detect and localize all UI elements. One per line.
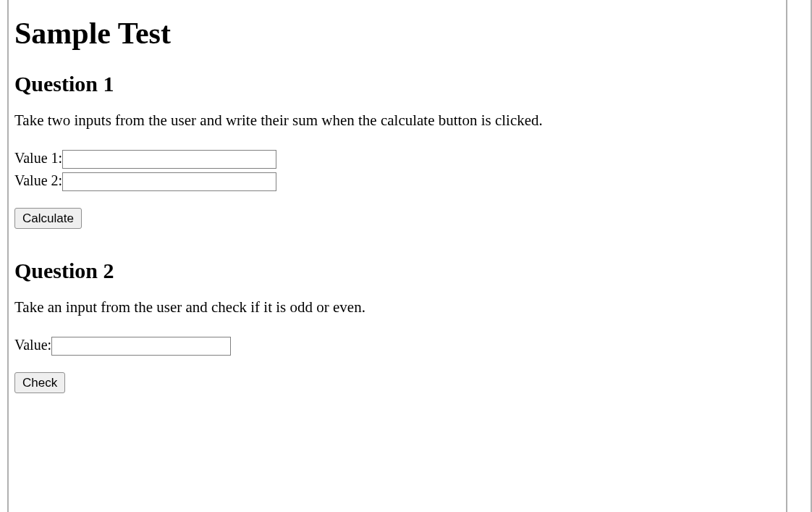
q1-value1-input[interactable] bbox=[62, 150, 276, 169]
viewport: Sample Test Question 1 Take two inputs f… bbox=[0, 0, 812, 512]
q2-value-row: Value: bbox=[14, 334, 780, 356]
q1-value1-row: Value 1: bbox=[14, 147, 780, 169]
q1-value2-row: Value 2: bbox=[14, 169, 780, 192]
question-2-heading: Question 2 bbox=[14, 258, 780, 284]
q2-value-label: Value: bbox=[14, 334, 51, 356]
check-button[interactable]: Check bbox=[14, 372, 65, 394]
calculate-button[interactable]: Calculate bbox=[14, 208, 82, 230]
q1-value2-input[interactable] bbox=[62, 172, 276, 191]
question-1-heading: Question 1 bbox=[14, 71, 780, 97]
q1-value2-label: Value 2: bbox=[14, 169, 62, 192]
page-title: Sample Test bbox=[14, 16, 780, 51]
question-1-prompt: Take two inputs from the user and write … bbox=[14, 110, 780, 130]
q1-value1-label: Value 1: bbox=[14, 147, 62, 169]
q2-value-input[interactable] bbox=[51, 337, 231, 356]
question-2-prompt: Take an input from the user and check if… bbox=[14, 297, 780, 317]
content-frame: Sample Test Question 1 Take two inputs f… bbox=[7, 0, 787, 512]
